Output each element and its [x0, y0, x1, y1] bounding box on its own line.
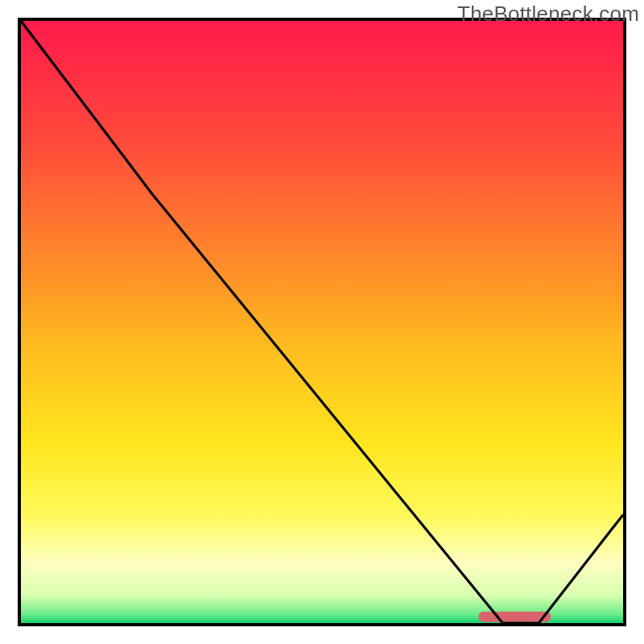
plot-svg — [21, 21, 623, 623]
watermark-text: TheBottleneck.com — [457, 2, 639, 27]
plot-frame — [18, 18, 626, 626]
gradient-background — [21, 21, 623, 623]
chart-container: TheBottleneck.com — [0, 0, 644, 644]
